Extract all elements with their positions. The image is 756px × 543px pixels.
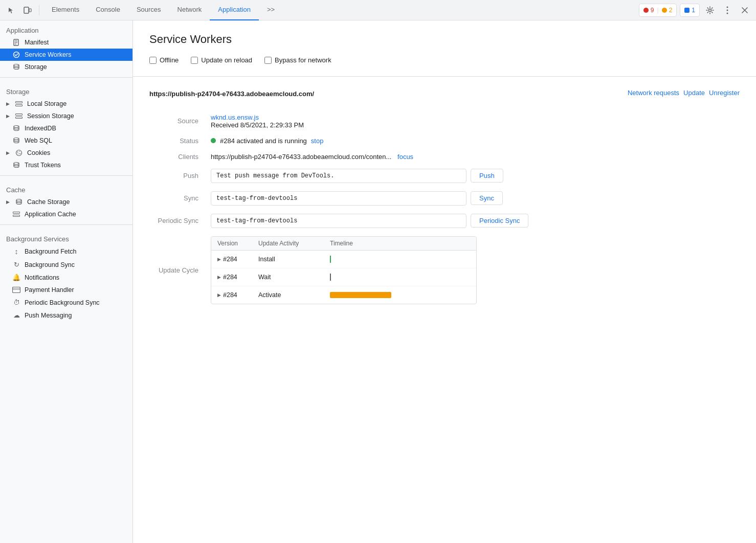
- version-cell[interactable]: ▶ #284: [217, 256, 258, 263]
- settings-icon[interactable]: [703, 3, 717, 17]
- status-dot: [211, 138, 216, 143]
- sidebar-divider-2: [0, 175, 132, 176]
- periodic-bg-sync-icon: ⏱: [12, 299, 20, 306]
- tab-more[interactable]: >>: [259, 0, 283, 20]
- cursor-icon[interactable]: [4, 3, 18, 17]
- periodic-sync-input[interactable]: [211, 214, 466, 228]
- version-cell[interactable]: ▶ #284: [217, 274, 258, 281]
- status-row: #284 activated and is running stop: [211, 137, 740, 145]
- tab-console[interactable]: Console: [87, 0, 128, 20]
- svg-point-21: [19, 153, 20, 154]
- sidebar-item-periodic-bg-sync[interactable]: ⏱ Periodic Background Sync: [0, 296, 132, 309]
- sidebar-item-indexeddb[interactable]: IndexedDB: [0, 122, 132, 134]
- sidebar-item-local-storage[interactable]: ▶ Local Storage: [0, 98, 132, 110]
- warn-dot: [662, 8, 667, 13]
- more-options-icon[interactable]: [720, 3, 735, 17]
- notifications-icon: 🔔: [12, 274, 20, 281]
- messages-badge[interactable]: 1: [680, 4, 700, 17]
- update-on-reload-checkbox[interactable]: [191, 57, 198, 64]
- separator: [39, 5, 39, 15]
- version-cell[interactable]: ▶ #284: [217, 291, 258, 299]
- network-requests-link[interactable]: Network requests: [628, 89, 679, 97]
- sidebar-item-push-messaging-label: Push Messaging: [25, 312, 72, 319]
- sidebar-item-websql[interactable]: Web SQL: [0, 134, 132, 147]
- sidebar-item-session-storage[interactable]: ▶ Session Storage: [0, 110, 132, 122]
- svg-point-2: [709, 9, 711, 11]
- update-cycle-header: Version Update Activity Timeline: [211, 237, 476, 251]
- tab-application[interactable]: Application: [210, 0, 259, 20]
- sidebar-item-app-cache[interactable]: Application Cache: [0, 208, 132, 220]
- arrow-icon: ▶: [6, 150, 10, 155]
- version-text: #284: [223, 256, 237, 263]
- svg-rect-13: [16, 105, 23, 106]
- sidebar-item-trust-tokens-label: Trust Tokens: [25, 162, 61, 169]
- update-link[interactable]: Update: [683, 89, 705, 97]
- sidebar-item-notifications[interactable]: 🔔 Notifications: [0, 271, 132, 284]
- periodic-sync-label: Periodic Sync: [149, 213, 211, 229]
- unregister-link[interactable]: Unregister: [709, 89, 740, 97]
- offline-checkbox[interactable]: [149, 57, 157, 64]
- sidebar-item-bg-sync-label: Background Sync: [25, 261, 75, 268]
- stop-link[interactable]: stop: [311, 137, 324, 145]
- sync-input[interactable]: [211, 191, 466, 206]
- sidebar-item-push-messaging[interactable]: ☁ Push Messaging: [0, 309, 132, 322]
- svg-rect-25: [13, 212, 20, 214]
- source-label: Source: [149, 113, 211, 129]
- sidebar-item-payment-handler[interactable]: Payment Handler: [0, 284, 132, 296]
- sw-entry-header: https://publish-p24704-e76433.adobeaemcl…: [149, 89, 740, 99]
- periodic-sync-button[interactable]: Periodic Sync: [471, 214, 528, 228]
- toolbar-right: 9 | 2 1: [639, 3, 752, 17]
- sidebar-item-service-workers[interactable]: Service Workers: [0, 49, 132, 61]
- svg-rect-28: [13, 288, 20, 290]
- sidebar-item-bg-fetch[interactable]: ↕ Background Fetch: [0, 245, 132, 258]
- timeline-cell: [330, 256, 470, 263]
- sidebar-item-cache-storage[interactable]: ▶ Cache Storage: [0, 196, 132, 208]
- close-icon[interactable]: [738, 3, 752, 17]
- tab-elements[interactable]: Elements: [43, 0, 87, 20]
- svg-point-5: [727, 12, 728, 14]
- sidebar-item-cookies-label: Cookies: [27, 149, 50, 156]
- sidebar-item-bg-sync[interactable]: ↻ Background Sync: [0, 258, 132, 271]
- sidebar-item-app-cache-label: Application Cache: [25, 211, 76, 218]
- sidebar-item-cache-storage-label: Cache Storage: [27, 198, 70, 206]
- cookies-icon: [15, 149, 23, 156]
- update-cycle-table: Version Update Activity Timeline ▶ #284 …: [211, 236, 477, 304]
- sw-actions: Network requests Update Unregister: [628, 89, 740, 97]
- sidebar-item-cookies[interactable]: ▶ Cookies: [0, 147, 132, 159]
- activity-cell: Activate: [258, 291, 330, 299]
- error-count: 9: [651, 7, 654, 14]
- push-button[interactable]: Push: [471, 169, 503, 183]
- focus-link[interactable]: focus: [397, 153, 413, 161]
- clients-url: https://publish-p24704-e76433.adobeaemcl…: [211, 153, 391, 161]
- page-title: Service Workers: [149, 33, 740, 46]
- sync-button[interactable]: Sync: [471, 191, 503, 205]
- status-text: #284 activated and is running: [220, 137, 307, 145]
- tab-sources[interactable]: Sources: [128, 0, 169, 20]
- sidebar-header-background: Background Services: [0, 229, 132, 245]
- source-link[interactable]: wknd.us.ensw.js: [211, 114, 259, 121]
- device-toggle-icon[interactable]: [20, 3, 35, 17]
- sidebar-item-service-workers-label: Service Workers: [25, 51, 71, 58]
- clients-label: Clients: [149, 149, 211, 165]
- content-area: Service Workers Offline Update on reload…: [133, 20, 756, 543]
- status-label: Status: [149, 133, 211, 149]
- sidebar-item-manifest[interactable]: Manifest: [0, 36, 132, 49]
- expand-icon: ▶: [217, 275, 221, 280]
- errors-badge[interactable]: 9 | 2: [639, 4, 677, 17]
- sidebar-item-storage[interactable]: Storage: [0, 61, 132, 73]
- offline-checkbox-label[interactable]: Offline: [149, 56, 179, 64]
- table-row: ▶ #284 Wait: [211, 268, 476, 286]
- update-on-reload-checkbox-label[interactable]: Update on reload: [191, 56, 252, 64]
- tab-network[interactable]: Network: [169, 0, 210, 20]
- svg-rect-15: [16, 117, 23, 119]
- sidebar-item-trust-tokens[interactable]: Trust Tokens: [0, 159, 132, 171]
- status-value: #284 activated and is running stop: [211, 133, 740, 149]
- sidebar-divider-1: [0, 77, 132, 78]
- svg-point-4: [727, 9, 728, 11]
- bypass-for-network-checkbox-label[interactable]: Bypass for network: [264, 56, 331, 64]
- info-dot: [684, 8, 690, 13]
- push-input[interactable]: [211, 169, 466, 183]
- periodic-sync-value: Periodic Sync: [211, 210, 740, 232]
- bypass-for-network-checkbox[interactable]: [264, 57, 272, 64]
- activity-cell: Wait: [258, 274, 330, 281]
